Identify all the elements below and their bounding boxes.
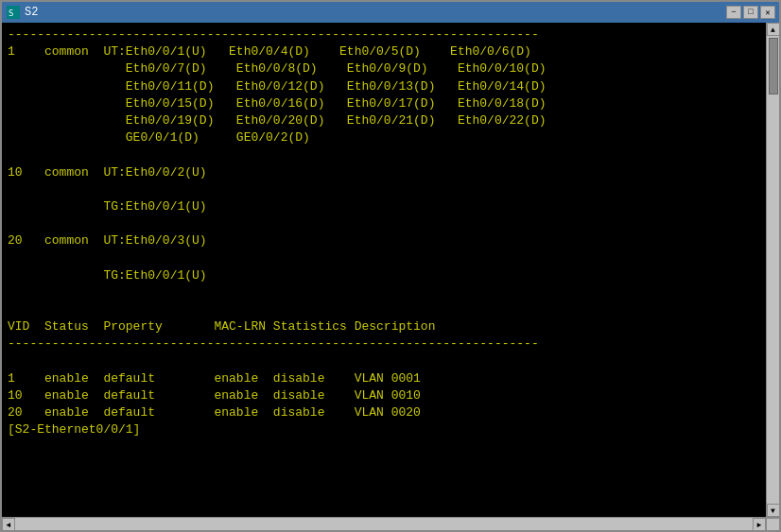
scroll-track-v [767, 36, 779, 504]
window-title: S2 [25, 6, 38, 19]
horizontal-scrollbar[interactable] [15, 518, 753, 530]
title-bar-buttons: − □ ✕ [726, 6, 775, 19]
minimize-button[interactable]: − [726, 6, 741, 19]
horizontal-scrollbar-row: ◄ ► [2, 517, 779, 530]
title-bar: S S2 − □ ✕ [2, 2, 779, 23]
vertical-scrollbar[interactable]: ▲ ▼ [766, 23, 779, 517]
scroll-thumb-v[interactable] [769, 38, 778, 94]
scroll-up-arrow[interactable]: ▲ [767, 23, 780, 36]
scrollbar-corner [766, 518, 779, 531]
content-area: ----------------------------------------… [2, 23, 779, 517]
terminal-wrapper: ----------------------------------------… [2, 23, 766, 517]
terminal-output[interactable]: ----------------------------------------… [2, 23, 766, 443]
terminal-icon: S [6, 5, 21, 20]
scroll-right-arrow[interactable]: ► [753, 518, 766, 531]
main-window: S S2 − □ ✕ -----------------------------… [0, 0, 781, 532]
scroll-left-arrow[interactable]: ◄ [2, 518, 15, 531]
scroll-down-arrow[interactable]: ▼ [767, 504, 780, 517]
maximize-button[interactable]: □ [743, 6, 758, 19]
title-bar-left: S S2 [6, 5, 38, 20]
close-button[interactable]: ✕ [760, 6, 775, 19]
svg-text:S: S [9, 9, 13, 18]
